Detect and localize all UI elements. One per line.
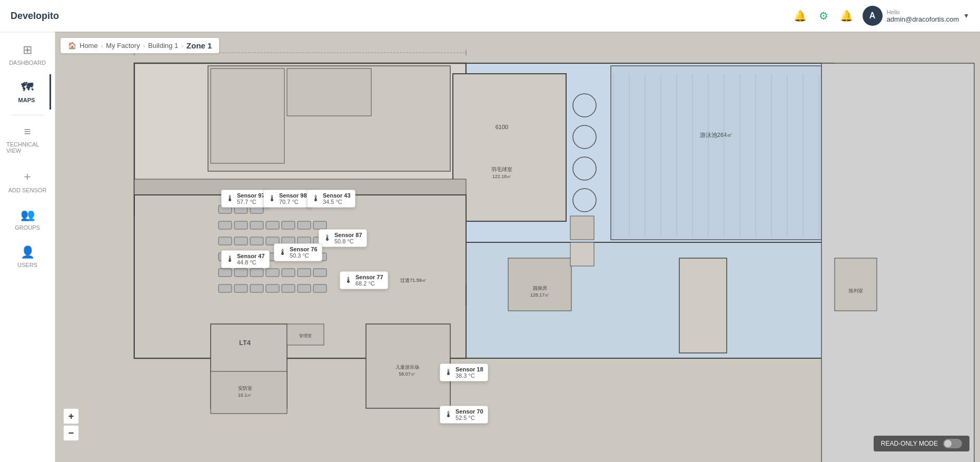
svg-rect-54: [282, 221, 295, 229]
svg-rect-73: [250, 269, 263, 277]
svg-rect-71: [219, 269, 232, 277]
user-dropdown-arrow[interactable]: ▼: [963, 12, 969, 19]
svg-text:羽毛球室: 羽毛球室: [491, 166, 512, 172]
settings-icon[interactable]: ⚙: [816, 8, 831, 23]
sensor-card-87[interactable]: 🌡 Sensor 87 50.8 °C: [319, 229, 367, 247]
svg-text:128.17㎡: 128.17㎡: [530, 292, 550, 298]
breadcrumb-sep-3: ›: [181, 43, 183, 49]
alert-icon[interactable]: 🔔: [793, 8, 808, 23]
sensor-info-98: Sensor 98 70.7 °C: [279, 192, 307, 205]
sidebar-divider: [11, 115, 44, 115]
thermometer-icon-87: 🌡: [323, 233, 332, 243]
hello-label: Hello: [887, 9, 959, 15]
sidebar-item-users[interactable]: 👤 USERS: [4, 239, 51, 274]
user-text: Hello admin@dracofortis.com: [887, 9, 959, 23]
breadcrumb-home[interactable]: Home: [80, 42, 98, 50]
svg-rect-77: [313, 269, 326, 277]
sidebar: ⊞ DASHBOARD 🗺 MAPS ≡ TECHNICAL VIEW ＋ AD…: [0, 32, 55, 462]
sensor-info-18: Sensor 18 38.3 °C: [456, 366, 483, 379]
svg-text:管理室: 管理室: [299, 333, 312, 338]
breadcrumb-factory[interactable]: My Factory: [106, 42, 140, 50]
sidebar-item-technical-view[interactable]: ≡ TECHNICAL VIEW: [4, 119, 51, 160]
topnav: Developito 🔔 ⚙ 🔔 A Hello admin@dracofort…: [0, 0, 980, 32]
zoom-controls: + −: [63, 408, 79, 441]
thermometer-icon-98: 🌡: [268, 194, 276, 203]
svg-rect-79: [234, 284, 248, 292]
svg-rect-83: [298, 284, 311, 292]
sensor-card-43[interactable]: 🌡 Sensor 43 34.5 °C: [307, 190, 355, 208]
readonly-label: READ-ONLY MODE: [881, 440, 938, 447]
sidebar-item-maps[interactable]: 🗺 MAPS: [4, 74, 51, 110]
sensor-temp-77: 68.2 °C: [355, 280, 383, 287]
svg-rect-42: [508, 258, 571, 311]
breadcrumb-sep-1: ›: [101, 43, 103, 49]
sidebar-label-users: USERS: [17, 262, 37, 268]
svg-rect-84: [313, 284, 326, 292]
svg-rect-6: [453, 74, 566, 221]
svg-text:游泳池264㎡: 游泳池264㎡: [700, 132, 732, 138]
sidebar-label-add-sensor: ADD SENSOR: [8, 187, 47, 193]
sensor-card-97[interactable]: 🌡 Sensor 97 57.7 °C: [221, 190, 270, 208]
svg-rect-5: [287, 68, 371, 116]
svg-text:6100: 6100: [496, 124, 508, 130]
sensor-card-70[interactable]: 🌡 Sensor 70 52.5 °C: [440, 406, 488, 424]
svg-rect-50: [219, 221, 232, 229]
sidebar-item-groups[interactable]: 👥 GROUPS: [4, 202, 51, 237]
zoom-in-button[interactable]: +: [63, 408, 79, 424]
thermometer-icon-77: 🌡: [344, 276, 353, 285]
thermometer-icon-76: 🌡: [279, 248, 287, 257]
sensor-temp-70: 52.5 °C: [456, 415, 483, 421]
sensor-card-98[interactable]: 🌡 Sensor 98 70.7 °C: [263, 190, 312, 208]
sidebar-item-dashboard[interactable]: ⊞ DASHBOARD: [4, 37, 51, 72]
svg-rect-80: [250, 284, 263, 292]
brand-logo[interactable]: Developito: [11, 11, 59, 22]
sensor-info-76: Sensor 76 50.3 °C: [290, 246, 318, 259]
breadcrumb-building[interactable]: Building 1: [148, 42, 178, 50]
sensor-card-77[interactable]: 🌡 Sensor 77 68.2 °C: [340, 271, 388, 289]
svg-rect-76: [298, 269, 311, 277]
zoom-out-button[interactable]: −: [63, 425, 79, 441]
sensor-name-76: Sensor 76: [290, 246, 318, 252]
svg-rect-55: [298, 221, 311, 229]
add-sensor-icon: ＋: [22, 169, 33, 184]
svg-text:儿童游乐场: 儿童游乐场: [395, 365, 419, 370]
sidebar-label-maps: MAPS: [18, 97, 35, 103]
sensor-temp-43: 34.5 °C: [323, 199, 351, 205]
svg-rect-57: [219, 237, 232, 245]
home-icon: 🏠: [68, 42, 76, 50]
sensor-temp-98: 70.7 °C: [279, 199, 307, 205]
svg-rect-58: [234, 237, 248, 245]
toggle-knob: [944, 440, 952, 447]
floorplan[interactable]: 6100 羽毛球室 122.18㎡ 游泳池264㎡: [55, 32, 980, 462]
sidebar-item-add-sensor[interactable]: ＋ ADD SENSOR: [4, 162, 51, 200]
svg-text:安防室: 安防室: [238, 386, 252, 391]
sensor-temp-18: 38.3 °C: [456, 372, 483, 379]
svg-rect-75: [282, 269, 295, 277]
svg-rect-4: [211, 68, 284, 163]
sensor-card-76[interactable]: 🌡 Sensor 76 50.3 °C: [274, 243, 322, 261]
sensor-temp-47: 44.8 °C: [237, 259, 265, 266]
svg-text:58.07㎡: 58.07㎡: [399, 371, 415, 377]
main-content: 🏠 Home › My Factory › Building 1 › Zone …: [55, 32, 980, 462]
sensor-temp-97: 57.7 °C: [237, 199, 265, 205]
readonly-toggle[interactable]: [943, 439, 962, 448]
sensor-info-47: Sensor 47 44.8 °C: [237, 253, 265, 266]
sensor-card-47[interactable]: 🌡 Sensor 47 44.8 °C: [221, 250, 270, 268]
user-email: admin@dracofortis.com: [887, 15, 959, 23]
sensor-name-47: Sensor 47: [237, 253, 265, 259]
breadcrumb-sep-2: ›: [143, 43, 145, 49]
dashboard-icon: ⊞: [23, 43, 32, 57]
sensor-card-18[interactable]: 🌡 Sensor 18 38.3 °C: [440, 363, 488, 381]
sidebar-label-groups: GROUPS: [15, 224, 40, 231]
thermometer-icon-70: 🌡: [444, 410, 453, 419]
svg-text:园操房: 园操房: [533, 286, 547, 291]
avatar: A: [863, 6, 883, 26]
sensor-name-70: Sensor 70: [456, 408, 483, 415]
users-icon: 👤: [21, 245, 35, 259]
thermometer-icon-43: 🌡: [312, 194, 320, 203]
sensor-name-98: Sensor 98: [279, 192, 307, 199]
bell-icon[interactable]: 🔔: [839, 8, 854, 23]
svg-rect-14: [611, 66, 821, 240]
svg-text:122.18㎡: 122.18㎡: [492, 174, 512, 179]
sensor-name-97: Sensor 97: [237, 192, 265, 199]
